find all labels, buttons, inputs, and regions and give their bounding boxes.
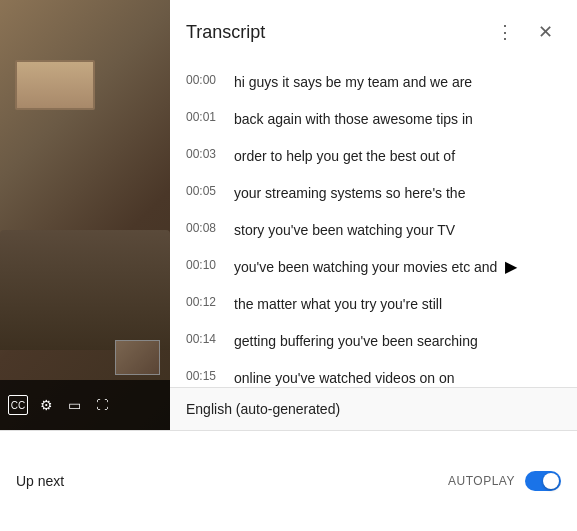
transcript-time: 00:14	[186, 331, 218, 346]
transcript-item[interactable]: 00:00hi guys it says be my team and we a…	[170, 64, 577, 101]
transcript-title: Transcript	[186, 22, 265, 43]
transcript-time: 00:08	[186, 220, 218, 235]
transcript-footer: English (auto-generated)	[170, 387, 577, 430]
fullscreen-button[interactable]: ⛶	[92, 395, 112, 415]
video-couch	[0, 230, 170, 350]
more-options-button[interactable]: ⋮	[489, 16, 521, 48]
transcript-list[interactable]: 00:00hi guys it says be my team and we a…	[170, 60, 577, 387]
autoplay-toggle[interactable]	[525, 471, 561, 491]
transcript-header-icons: ⋮ ✕	[489, 16, 561, 48]
transcript-time: 00:00	[186, 72, 218, 87]
transcript-item[interactable]: 00:05your streaming systems so here's th…	[170, 175, 577, 212]
bottom-bar: Up next AUTOPLAY	[0, 430, 577, 531]
transcript-header: Transcript ⋮ ✕	[170, 0, 577, 60]
video-player: CC ⚙ ▭ ⛶	[0, 0, 170, 430]
transcript-language: English (auto-generated)	[186, 401, 340, 417]
transcript-text: online you've watched videos on on	[234, 368, 455, 387]
transcript-text: the matter what you try you're still	[234, 294, 442, 315]
transcript-time: 00:05	[186, 183, 218, 198]
transcript-text: hi guys it says be my team and we are	[234, 72, 472, 93]
transcript-item[interactable]: 00:01back again with those awesome tips …	[170, 101, 577, 138]
transcript-text: story you've been watching your TV	[234, 220, 455, 241]
transcript-item[interactable]: 00:12the matter what you try you're stil…	[170, 286, 577, 323]
transcript-time: 00:12	[186, 294, 218, 309]
transcript-text: order to help you get the best out of	[234, 146, 455, 167]
transcript-time: 00:15	[186, 368, 218, 383]
close-button[interactable]: ✕	[529, 16, 561, 48]
transcript-item[interactable]: 00:15online you've watched videos on on	[170, 360, 577, 387]
cursor-pointer: ▶	[505, 257, 517, 276]
transcript-text: your streaming systems so here's the	[234, 183, 465, 204]
video-thumbnail	[115, 340, 160, 375]
transcript-item[interactable]: 00:14getting buffering you've been searc…	[170, 323, 577, 360]
transcript-text: back again with those awesome tips in	[234, 109, 473, 130]
up-next-label: Up next	[16, 473, 448, 489]
transcript-time: 00:01	[186, 109, 218, 124]
video-decoration	[15, 60, 95, 110]
cc-button[interactable]: CC	[8, 395, 28, 415]
autoplay-section: AUTOPLAY	[448, 471, 561, 491]
transcript-time: 00:10	[186, 257, 218, 272]
transcript-item[interactable]: 00:03order to help you get the best out …	[170, 138, 577, 175]
video-controls: CC ⚙ ▭ ⛶	[0, 380, 170, 430]
transcript-time: 00:03	[186, 146, 218, 161]
transcript-text: you've been watching your movies etc and	[234, 257, 497, 278]
transcript-item[interactable]: 00:08story you've been watching your TV	[170, 212, 577, 249]
miniscreen-button[interactable]: ▭	[64, 395, 84, 415]
settings-button[interactable]: ⚙	[36, 395, 56, 415]
autoplay-label: AUTOPLAY	[448, 474, 515, 488]
transcript-text: getting buffering you've been searching	[234, 331, 478, 352]
transcript-item[interactable]: 00:10you've been watching your movies et…	[170, 249, 577, 286]
transcript-panel: Transcript ⋮ ✕ 00:00hi guys it says be m…	[170, 0, 577, 430]
